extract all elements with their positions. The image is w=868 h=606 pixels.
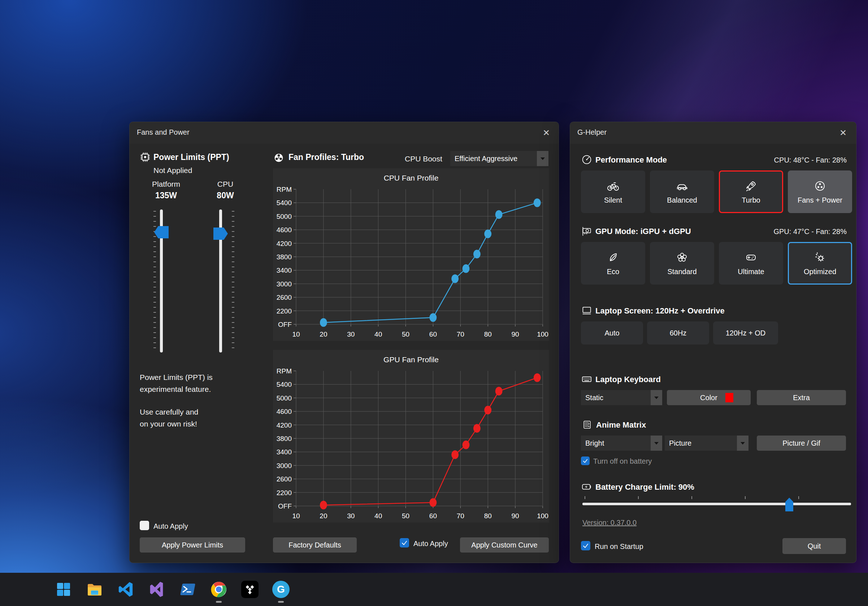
svg-text:30: 30 (347, 330, 355, 338)
svg-text:3000: 3000 (277, 280, 292, 288)
chevron-down-icon (654, 397, 659, 399)
fans-window-title: Fans and Power (137, 128, 189, 136)
screen-button-auto[interactable]: Auto (581, 321, 643, 344)
run-on-startup-checkbox[interactable] (581, 541, 591, 550)
start-button[interactable] (55, 581, 72, 598)
screen-button-60hz[interactable]: 60Hz (647, 321, 709, 344)
platform-slider[interactable] (153, 209, 175, 352)
power-limits-heading: Power Limits (PPT) (153, 152, 229, 162)
cpu-slider-thumb[interactable] (213, 228, 228, 240)
battery-slider-thumb[interactable] (785, 498, 793, 511)
svg-text:70: 70 (457, 330, 464, 338)
quit-button[interactable]: Quit (783, 538, 846, 554)
svg-text:2200: 2200 (277, 489, 292, 497)
gpu-button-optimized[interactable]: Optimized (788, 242, 852, 285)
gpu-fan-curve-chart[interactable]: 102030405060708090100RPM5400500046004200… (273, 350, 549, 522)
windows-logo-icon (55, 581, 72, 598)
cpu-boost-dropdown[interactable]: Efficient Aggressive (450, 151, 549, 166)
chevron-down-icon (541, 158, 545, 160)
svg-text:4600: 4600 (277, 408, 292, 415)
svg-text:RPM: RPM (277, 367, 292, 375)
fans-window-titlebar (130, 122, 559, 144)
svg-text:10: 10 (292, 330, 300, 338)
svg-text:100: 100 (537, 330, 549, 338)
platform-slider-thumb[interactable] (154, 226, 169, 239)
mode-button-label: Silent (604, 196, 622, 205)
mode-button-fans-power[interactable]: Fans + Power (788, 170, 852, 213)
svg-text:20: 20 (319, 512, 327, 520)
auto-apply-curve-checkbox[interactable] (400, 538, 409, 547)
cpu-fan-curve-chart[interactable]: 102030405060708090100RPM5400500046004200… (273, 168, 549, 341)
battery-slider-track[interactable] (583, 503, 851, 505)
svg-text:4200: 4200 (277, 240, 292, 247)
factory-defaults-button[interactable]: Factory Defaults (273, 537, 357, 553)
battery-limit-slider[interactable] (583, 496, 851, 513)
gpu-button-label: Ultimate (738, 268, 764, 276)
chrome-icon (210, 581, 228, 598)
matrix-mode-value: Picture (665, 439, 737, 448)
svg-text:70: 70 (457, 512, 464, 520)
auto-apply-curve-label: Auto Apply (414, 539, 448, 548)
chevron-down-icon (654, 442, 659, 445)
svg-text:90: 90 (512, 512, 519, 520)
chevron-down-icon (741, 442, 745, 445)
cpu-slider[interactable] (213, 209, 234, 352)
apply-power-limits-button[interactable]: Apply Power Limits (140, 537, 245, 553)
ghelper-running-indicator (278, 601, 284, 603)
matrix-picture-gif-button[interactable]: Picture / Gif (757, 436, 846, 451)
keyboard-extra-button[interactable]: Extra (757, 390, 846, 405)
mode-button-balanced[interactable]: Balanced (650, 170, 714, 213)
svg-text:5400: 5400 (277, 381, 292, 388)
svg-text:20: 20 (319, 330, 327, 338)
gpu-mode-heading: GPU Mode: iGPU + dGPU (595, 227, 691, 236)
keyboard-icon (581, 374, 592, 385)
close-icon[interactable]: ✕ (836, 126, 850, 140)
dropdown-arrow-box (651, 390, 662, 405)
check-icon (583, 458, 588, 464)
keyboard-mode-dropdown[interactable]: Static (581, 390, 662, 405)
vscode-button[interactable] (117, 581, 134, 598)
powershell-button[interactable] (179, 581, 197, 598)
auto-apply-power-label: Auto Apply (153, 522, 188, 530)
chrome-button[interactable] (210, 581, 228, 598)
gpu-button-ultimate[interactable]: Ultimate (719, 242, 783, 285)
car-icon (676, 180, 688, 192)
svg-text:50: 50 (402, 512, 409, 520)
platform-value: 135W (143, 191, 189, 200)
screen-button-120hz-od[interactable]: 120Hz + OD (713, 321, 778, 344)
visual-studio-button[interactable] (148, 581, 165, 598)
auto-apply-power-checkbox[interactable] (140, 521, 149, 530)
gpu-card-icon (581, 225, 592, 237)
svg-text:2600: 2600 (277, 294, 292, 301)
svg-text:2600: 2600 (277, 475, 292, 483)
leaf-icon (607, 251, 620, 264)
check-icon (583, 542, 589, 549)
folder-icon (86, 581, 103, 598)
svg-text:5400: 5400 (277, 199, 292, 206)
auto-gear-icon (814, 251, 826, 264)
visual-studio-icon (148, 581, 165, 598)
gpu-button-eco[interactable]: Eco (581, 242, 645, 285)
note-line: experimental feature. (140, 383, 213, 395)
file-explorer-button[interactable] (86, 581, 103, 598)
gpu-button-standard[interactable]: Standard (650, 242, 714, 285)
keyboard-color-button[interactable]: Color (667, 390, 751, 405)
apply-custom-curve-button[interactable]: Apply Custom Curve (460, 537, 549, 553)
mode-button-turbo[interactable]: Turbo (719, 170, 783, 213)
matrix-battery-checkbox[interactable] (581, 457, 590, 465)
cpu-boost-value: Efficient Aggressive (450, 155, 537, 163)
ghelper-taskbar-button[interactable]: G (272, 581, 290, 598)
gauge-icon (581, 154, 592, 166)
matrix-brightness-dropdown[interactable]: Bright (581, 436, 662, 451)
gamepad-icon (744, 251, 758, 264)
power-limits-status: Not Applied (153, 166, 192, 175)
version-link[interactable]: Version: 0.37.0.0 (583, 519, 637, 527)
mode-button-silent[interactable]: Silent (581, 170, 645, 213)
taskbar: G G ENG 2:00 PM 3/23/2 (0, 573, 868, 606)
cpu-boost-label: CPU Boost (405, 155, 442, 163)
svg-text:RPM: RPM (277, 186, 292, 193)
svg-text:80: 80 (484, 330, 492, 338)
matrix-mode-dropdown[interactable]: Picture (665, 436, 749, 451)
tidal-button[interactable] (241, 581, 259, 598)
close-icon[interactable]: ✕ (539, 126, 553, 140)
